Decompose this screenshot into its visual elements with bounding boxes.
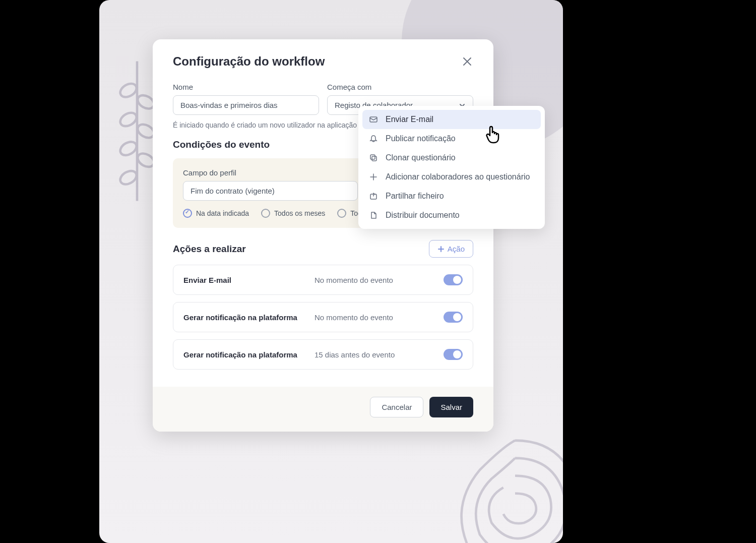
profile-field-label: Campo do perfil [183,168,358,177]
svg-rect-7 [370,117,377,122]
profile-field-value: Fim do contrato (vigente) [191,187,275,195]
svg-point-2 [118,110,139,129]
save-button[interactable]: Salvar [429,397,473,417]
dropdown-item-label: Adicionar colaboradores ao questionário [386,172,530,182]
action-toggle[interactable] [444,312,463,323]
dropdown-item-label: Enviar E-mail [386,115,433,124]
bell-icon [368,134,379,144]
radio-label: Na data indicada [196,209,249,217]
profile-field-group: Campo do perfil Fim do contrato (vigente… [183,168,358,201]
dropdown-item-distribute-doc[interactable]: Distribuir documento [362,206,541,225]
profile-field-select[interactable]: Fim do contrato (vigente) [183,181,358,201]
action-type-dropdown: Enviar E-mail Publicar notificação Clona… [358,106,545,229]
document-icon [368,210,379,220]
plus-icon [368,172,379,182]
dropdown-item-share-file[interactable]: Partilhar ficheiro [362,187,541,206]
radio-icon [261,209,270,218]
copy-icon [368,153,379,163]
actions-header: Ações a realizar Ação [173,240,473,258]
mail-icon [368,114,379,125]
svg-rect-8 [370,155,375,159]
dropdown-item-clone[interactable]: Clonar questionário [362,148,541,167]
svg-point-6 [118,168,139,187]
modal-title: Configuração do workflow [173,54,325,69]
add-action-button[interactable]: Ação [429,240,473,258]
modal-header: Configuração do workflow [153,39,493,69]
close-icon [463,57,472,66]
action-toggle[interactable] [444,349,463,360]
share-icon [368,191,379,201]
radio-icon [183,209,192,218]
action-name: Gerar notificação na plataforma [183,350,314,359]
actions-title: Ações a realizar [173,244,246,255]
radio-icon [337,209,346,218]
action-timing: No momento do evento [314,276,444,284]
action-name: Enviar E-mail [183,276,314,284]
decorative-fingerprint-icon [427,417,563,543]
plus-icon [437,246,445,253]
dropdown-item-label: Partilhar ficheiro [386,192,444,201]
workflow-config-modal: Configuração do workflow Nome Boas-vinda… [153,39,493,432]
name-input[interactable]: Boas-vindas e primeiros dias [173,95,319,115]
dropdown-item-email[interactable]: Enviar E-mail [362,110,541,129]
radio-label: Todos os meses [274,209,325,217]
start-label: Começa com [327,83,473,91]
action-timing: No momento do evento [314,313,444,322]
name-input-value: Boas-vindas e primeiros dias [180,101,278,109]
action-item[interactable]: Enviar E-mail No momento do evento [173,265,473,295]
svg-rect-9 [372,156,376,161]
action-toggle[interactable] [444,274,463,285]
action-name: Gerar notificação na plataforma [183,313,314,322]
dropdown-item-label: Distribuir documento [386,211,460,220]
action-item[interactable]: Gerar notificação na plataforma No momen… [173,302,473,332]
add-action-label: Ação [448,245,465,253]
svg-point-4 [118,139,139,158]
dropdown-item-label: Publicar notificação [386,134,456,143]
close-button[interactable] [461,55,473,68]
action-item[interactable]: Gerar notificação na plataforma 15 dias … [173,339,473,370]
svg-point-0 [118,81,139,100]
name-label: Nome [173,83,319,91]
name-group: Nome Boas-vindas e primeiros dias [173,83,319,115]
dropdown-item-notification[interactable]: Publicar notificação [362,129,541,148]
modal-footer: Cancelar Salvar [153,387,493,432]
radio-every-month[interactable]: Todos os meses [261,209,325,218]
dropdown-item-add-collaborators[interactable]: Adicionar colaboradores ao questionário [362,167,541,187]
cancel-button[interactable]: Cancelar [370,397,423,417]
radio-on-date[interactable]: Na data indicada [183,209,249,218]
dropdown-item-label: Clonar questionário [386,153,456,162]
action-timing: 15 dias antes do evento [314,350,444,359]
